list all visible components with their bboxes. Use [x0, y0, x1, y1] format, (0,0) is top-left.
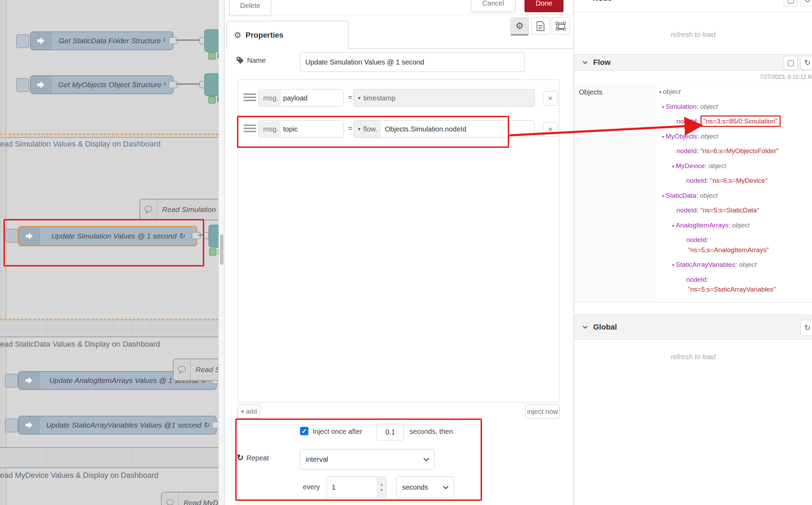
node-section-label: Node: [593, 0, 612, 3]
spinner-down-icon[interactable]: ▼: [380, 488, 383, 492]
global-section-label: Global: [593, 323, 617, 332]
open-window-button[interactable]: ▢: [784, 56, 798, 70]
caret-down-icon[interactable]: ▾: [672, 223, 674, 228]
tree-row-nodeid[interactable]: nodeId: "ns=5;s=StaticData": [676, 206, 759, 214]
node-refresh-text[interactable]: refresh to load: [574, 31, 812, 39]
tree-row-MyDevice[interactable]: ▾MyDevice: object: [672, 162, 726, 170]
cancel-button[interactable]: Cancel: [471, 0, 515, 12]
divider: [574, 12, 812, 12]
inject-trigger-button[interactable]: [5, 419, 18, 432]
node-status-icon: [209, 248, 216, 256]
group-top[interactable]: [6, 0, 219, 134]
refresh-button[interactable]: ↻: [800, 56, 812, 70]
inject-icon-zone: [19, 416, 39, 434]
every-label: every: [303, 483, 320, 491]
tree-key: MyDevice: [676, 162, 705, 169]
inject-once-checkbox[interactable]: ✓: [300, 427, 308, 435]
number-spinner[interactable]: ▲▼: [377, 477, 386, 497]
close-icon: ×: [548, 93, 553, 103]
canvas-scrollbar[interactable]: [219, 0, 224, 505]
interval-count-input[interactable]: 1 ▲▼: [327, 476, 386, 498]
inject-now-button[interactable]: inject now: [526, 405, 560, 419]
tree-row-StaticArrayVariables[interactable]: ▾StaticArrayVariables: object: [672, 261, 757, 269]
inject-delay-input[interactable]: 0.1: [377, 424, 404, 440]
inject-node[interactable]: Get StaticData Folder Structure ¹: [30, 31, 174, 50]
tree-row-nodeid[interactable]: nodeId:: [686, 236, 708, 244]
inject-node[interactable]: Get MyObjects Object Structure ¹: [30, 75, 174, 94]
node-label: Update StaticArrayVariables Values @1 se…: [39, 421, 216, 429]
inject-node[interactable]: Update Simulation Values @ 1 second ↻: [18, 226, 197, 246]
spinner-up-icon[interactable]: ▲: [380, 482, 383, 486]
rule-row-topic: msg. topic = ▾ flow. Objects.Simulation.…: [238, 120, 559, 138]
drag-handle[interactable]: [244, 93, 256, 103]
tree-value-wrapped: "ns=5;s=AnalogItemArrays": [688, 246, 769, 254]
repeat-mode-select[interactable]: interval: [300, 449, 435, 469]
caret-down-icon[interactable]: ▾: [672, 164, 674, 169]
name-input[interactable]: Update Simulation Values @ 1 second: [300, 52, 525, 72]
global-refresh-text[interactable]: refresh to load: [574, 353, 812, 361]
delete-button[interactable]: Delete: [229, 0, 271, 16]
topic-property-field[interactable]: msg. topic: [259, 120, 344, 138]
payload-typed-input[interactable]: ▾ timestamp: [353, 89, 535, 107]
global-section-header[interactable]: Global ↻: [574, 315, 812, 340]
cancel-button-label: Cancel: [482, 0, 504, 7]
chevron-down-icon: [582, 325, 588, 329]
flow-canvas[interactable]: ead Simulation Values & Display on Dashb…: [0, 0, 219, 505]
remove-rule-button[interactable]: ×: [543, 122, 558, 137]
tree-row-nodeid[interactable]: nodeId: "ns=6;s=MyDevice": [686, 177, 767, 184]
tree-row-nodeid[interactable]: nodeId: "ns=6;s=MyObjectsFolder": [676, 147, 779, 155]
tree-row-MyObjects[interactable]: ▾MyObjects: object: [662, 133, 718, 140]
open-window-button[interactable]: ▢: [784, 0, 798, 6]
caret-down-icon[interactable]: ▾: [662, 104, 664, 110]
inject-node[interactable]: Update StaticArrayVariables Values @1 se…: [18, 416, 217, 435]
comment-node[interactable]: Read Simulation: [139, 199, 221, 220]
type-select[interactable]: ▾ timestamp: [354, 90, 399, 106]
comment-node[interactable]: Read MyD: [161, 492, 225, 505]
caret-down-icon[interactable]: ▾: [659, 89, 661, 95]
topic-typed-input[interactable]: ▾ flow. Objects.Simulation.nodeId: [353, 120, 535, 138]
inject-trigger-button[interactable]: [5, 374, 18, 388]
topic-value: Objects.Simulation.nodeId: [381, 121, 466, 137]
inject-trigger-button[interactable]: [16, 34, 29, 48]
context-key-objects: Objects: [579, 88, 603, 96]
node-label: Update Simulation Values @ 1 second ↻: [40, 232, 196, 240]
close-icon: ×: [548, 125, 553, 134]
rules-container: msg. payload = ▾ timestamp × msg. topic …: [238, 80, 559, 402]
name-input-value: Update Simulation Values @ 1 second: [305, 58, 424, 66]
canvas-scrollbar-thumb[interactable]: [220, 234, 223, 265]
tree-row-Simulation[interactable]: ▾Simulation: object: [662, 103, 718, 111]
flow-section-header[interactable]: Flow ▢ ↻: [574, 54, 812, 71]
tree-row-root[interactable]: ▾object: [659, 88, 681, 96]
tree-key: nodeId: [686, 177, 706, 184]
tree-row-nodeid[interactable]: nodeId:: [686, 276, 708, 284]
appearance-view-button[interactable]: [552, 17, 570, 35]
caret-down-icon[interactable]: ▾: [672, 262, 674, 268]
description-view-button[interactable]: [531, 17, 550, 35]
speech-bubble-icon: [177, 365, 186, 374]
tab-properties[interactable]: ⚙ Properties: [227, 21, 348, 49]
tree-row-StaticData[interactable]: ▾StaticData: object: [662, 192, 718, 199]
remove-rule-button[interactable]: ×: [543, 91, 558, 106]
type-select-flow[interactable]: ▾ flow.: [354, 121, 381, 137]
inject-trigger-button[interactable]: [5, 229, 18, 243]
tree-row-AnalogItemArrays[interactable]: ▾AnalogItemArrays: object: [672, 221, 750, 229]
properties-view-button[interactable]: ⚙: [511, 17, 529, 36]
done-button[interactable]: Done: [524, 0, 564, 12]
tree-row-nodeid[interactable]: nodeId: "ns=3;s=85/0:Simulation": [676, 118, 781, 125]
divider: [574, 302, 812, 303]
inject-arrow-icon: [37, 37, 45, 45]
caret-down-icon[interactable]: ▾: [662, 134, 664, 140]
refresh-button[interactable]: ↻: [800, 0, 812, 6]
add-rule-button[interactable]: + add: [238, 405, 260, 419]
done-button-label: Done: [536, 0, 552, 7]
interval-unit-select[interactable]: seconds: [396, 476, 454, 498]
inject-arrow-icon: [37, 81, 45, 89]
inject-icon-zone: [31, 76, 51, 93]
payload-property-field[interactable]: msg. payload: [259, 89, 344, 107]
inject-trigger-button[interactable]: [16, 78, 29, 92]
drag-handle[interactable]: [244, 125, 256, 134]
caret-down-icon: ▾: [358, 126, 361, 132]
refresh-button[interactable]: ↻: [800, 320, 812, 336]
caret-down-icon[interactable]: ▾: [662, 193, 664, 199]
inject-delay-value: 0.1: [385, 428, 395, 436]
